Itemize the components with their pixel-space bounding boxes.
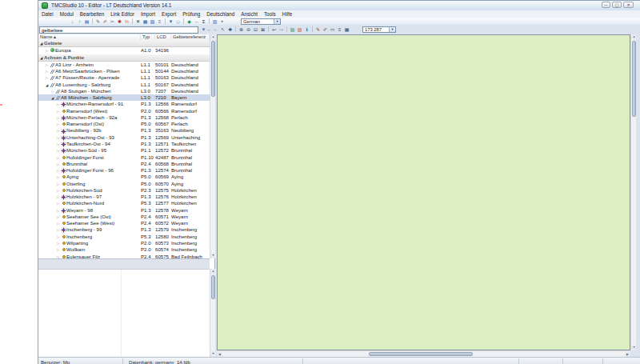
expand-icon[interactable]: ◢ xyxy=(38,55,44,62)
map-scale-select[interactable]: 173 287 ▼ xyxy=(362,26,396,33)
menu-prüfung[interactable]: Prüfung xyxy=(179,10,203,17)
menu-bearbeiten[interactable]: Bearbeiten xyxy=(77,10,107,17)
delete-icon[interactable]: ✕ xyxy=(134,18,142,25)
edit-icon[interactable]: ✎ xyxy=(94,18,102,25)
zoom-region-icon[interactable]: ⊡ xyxy=(252,26,259,33)
expand-icon[interactable]: ◢ xyxy=(38,41,44,47)
menu-modul[interactable]: Modul xyxy=(57,10,77,17)
layer-config-icon[interactable]: ▦ xyxy=(343,26,350,33)
menu-link-editor[interactable]: Link Editor xyxy=(107,10,138,17)
tree-row[interactable]: ▷München-Süd - 95P1.112572Brunnthal xyxy=(38,147,210,154)
filter-results-icon[interactable]: ▼ xyxy=(201,26,206,33)
search-input[interactable] xyxy=(39,26,198,34)
tree-scrollbar[interactable]: ▲ ▼ xyxy=(210,34,215,258)
tree-group-row[interactable]: ◢Achsen & Punkte xyxy=(38,54,210,62)
tree-row[interactable]: ▷EuropaA1.034196 xyxy=(38,47,210,54)
tree-row[interactable]: ▷Ramersdorf (West)P2.060566Ramersdorf xyxy=(38,108,210,114)
tree-row[interactable]: ▷Holzkirchen-NordP5.312577Holzkirchen xyxy=(38,200,210,206)
tree-row[interactable]: ▷Unterhaching-Ost - 93P1.312569Unterhach… xyxy=(38,134,210,141)
close-button[interactable]: ✕ xyxy=(623,2,634,8)
map-canvas[interactable] xyxy=(217,34,630,350)
scroll-up-icon[interactable]: ▲ xyxy=(631,34,637,40)
save-icon[interactable]: ▤ xyxy=(83,18,90,25)
star-icon[interactable]: ✦ xyxy=(218,18,226,25)
layer-list-icon[interactable]: ≡ xyxy=(336,26,343,33)
minimize-button[interactable]: ─ xyxy=(602,2,610,8)
upload-icon[interactable]: ↑ xyxy=(76,18,83,25)
scroll-down-icon[interactable]: ▼ xyxy=(210,253,216,258)
tree-row[interactable]: ▷IrschenbergP5.312580Irschenberg xyxy=(38,234,210,240)
zoom-in-icon[interactable]: ⊕ xyxy=(238,26,245,33)
scroll-up-icon[interactable]: ▲ xyxy=(210,269,216,274)
language-select[interactable]: German ▼ xyxy=(241,18,281,25)
column-header-gebietsreferenz[interactable]: Gebietsreferenz xyxy=(171,34,210,40)
map-style2-icon[interactable]: ▨ xyxy=(296,26,303,33)
maximize-button[interactable]: ▢ xyxy=(612,2,622,8)
menu-deutschland[interactable]: Deutschland xyxy=(203,10,238,17)
tree-row[interactable]: ◢A8 Luxemburg - SalzburgL1.150167Deutsch… xyxy=(38,82,210,88)
layers-icon[interactable]: ▧ xyxy=(149,18,156,25)
tree-row[interactable]: ▷Ramersdorf (Ost)P5.060567Perlach xyxy=(38,121,210,127)
pan-icon[interactable]: ✚ xyxy=(226,26,234,33)
grid-icon[interactable]: ▦ xyxy=(142,18,149,25)
list-icon[interactable]: ≡ xyxy=(156,18,163,25)
menu-datei[interactable]: Datei xyxy=(38,10,57,17)
flask-icon[interactable]: ✱ xyxy=(116,18,123,25)
column-header-name[interactable]: Name ▴ xyxy=(38,34,141,40)
prev-view-icon[interactable]: ↩ xyxy=(270,26,278,33)
tree-row[interactable]: ▷WollkamP2.060574Irschenberg xyxy=(38,246,210,253)
scroll-up-icon[interactable]: ▲ xyxy=(210,34,216,40)
tree-row[interactable]: ▷Weyarn - 98P1.312578Weyarn xyxy=(38,207,210,214)
node-icon[interactable]: ◆ xyxy=(186,18,193,25)
tree-group-row[interactable]: ◢Gebiete xyxy=(38,40,210,47)
tree-row[interactable]: ◢A8 München - SalzburgL3.07210Bayern xyxy=(38,94,210,101)
menu-import[interactable]: Import xyxy=(138,10,158,17)
tree-row[interactable]: ▷Seehamer See (West)P2.460572Weyarn xyxy=(38,220,210,226)
pointer-icon[interactable]: ↖ xyxy=(219,26,226,33)
filter-icon[interactable]: ▼ xyxy=(167,18,174,25)
zoom-out-icon[interactable]: ⊖ xyxy=(245,26,252,33)
select-area-icon[interactable]: ▭ xyxy=(329,26,336,33)
edit-map-icon[interactable]: ✎ xyxy=(314,26,322,33)
menu-export[interactable]: Export xyxy=(158,10,179,17)
tree-row[interactable]: ▷OtterfingP5.060570Aying xyxy=(38,181,210,187)
column-header-lcd[interactable]: LCD xyxy=(155,34,171,40)
tree-row[interactable]: ▷Seehamer See (Ost)P2.460571Weyarn xyxy=(38,214,210,220)
tree-row[interactable]: ▷WilpartingP2.060573Irschenberg xyxy=(38,240,210,246)
zoom-extent-icon[interactable]: ⊠ xyxy=(259,26,266,33)
tree-row[interactable]: ▷Hofoldinger Forst - 96P1.312574Brunntha… xyxy=(38,167,210,174)
menu-ansicht[interactable]: Ansicht xyxy=(238,10,261,17)
menu-hilfe[interactable]: Hilfe xyxy=(279,10,296,17)
tree-row[interactable]: ▷Taufkirchen-Ost - 94P1.312571Taufkirche… xyxy=(38,141,210,147)
map-style-icon[interactable]: ▧ xyxy=(289,26,296,33)
arrow-icon[interactable]: → xyxy=(193,18,200,25)
cut-icon[interactable]: ✂ xyxy=(109,18,116,25)
tree-row[interactable]: ▷Holzkirchen-SüdP2.312575Holzkirchen xyxy=(38,187,210,194)
property-scrollbar[interactable]: ▲ ▼ xyxy=(210,269,215,357)
tree-row[interactable]: ▷München-Perlach - 92aP1.312568Perlach xyxy=(38,114,210,121)
tree-row[interactable]: ▷A7 Füssen/Reutte - ApenradeL1.150163Deu… xyxy=(38,74,210,81)
column-header-typ[interactable]: Typ xyxy=(141,34,155,40)
scroll-down-icon[interactable]: ▼ xyxy=(210,351,216,357)
map-hscrollbar[interactable]: ◀ ▶ xyxy=(217,350,630,357)
next-view-icon[interactable]: ↪ xyxy=(278,26,285,33)
scroll-down-icon[interactable]: ▼ xyxy=(631,345,637,350)
tree-row[interactable]: ▷A6 Metz/Saarbrücken - PilsenL1.150144De… xyxy=(38,68,210,74)
tree-row[interactable]: ▷Hofoldinger ForstP1.1042487Brunnthal xyxy=(38,154,210,161)
download-icon[interactable]: ↓ xyxy=(69,18,76,25)
tree-row[interactable]: ▷AyingP5.060569Aying xyxy=(38,174,210,180)
edit-map2-icon[interactable]: ✐ xyxy=(322,26,329,33)
tree-row[interactable]: ▷München-Ramersdorf - 91P1.312566Ramersd… xyxy=(38,101,210,107)
info-icon[interactable]: ℹ xyxy=(303,26,310,33)
tree-row[interactable]: ▷Irschenberg - 99P1.312579Irschenberg xyxy=(38,226,210,233)
sum-icon[interactable]: Σ xyxy=(200,18,207,25)
view-icon[interactable]: ◇ xyxy=(174,18,182,25)
pencil-icon[interactable]: ✐ xyxy=(102,18,109,25)
table-icon[interactable]: ▥ xyxy=(211,18,218,25)
tree-row[interactable]: ▷Neubiberg - 92bP1.335163Neubiberg xyxy=(38,127,210,134)
tree-row[interactable]: ▷BrunnthalP2.460568Brunnthal xyxy=(38,161,210,167)
search-next-icon[interactable]: → xyxy=(212,26,218,33)
tree-row[interactable]: ▷A8 Stuttgart - MünchenL3.07207Deutschla… xyxy=(38,88,210,94)
map-vscrollbar[interactable]: ▲ ▼ xyxy=(630,34,636,350)
tree-row[interactable]: ▷A3 Linz - ArnheimL1.150101Deutschland xyxy=(38,62,210,68)
